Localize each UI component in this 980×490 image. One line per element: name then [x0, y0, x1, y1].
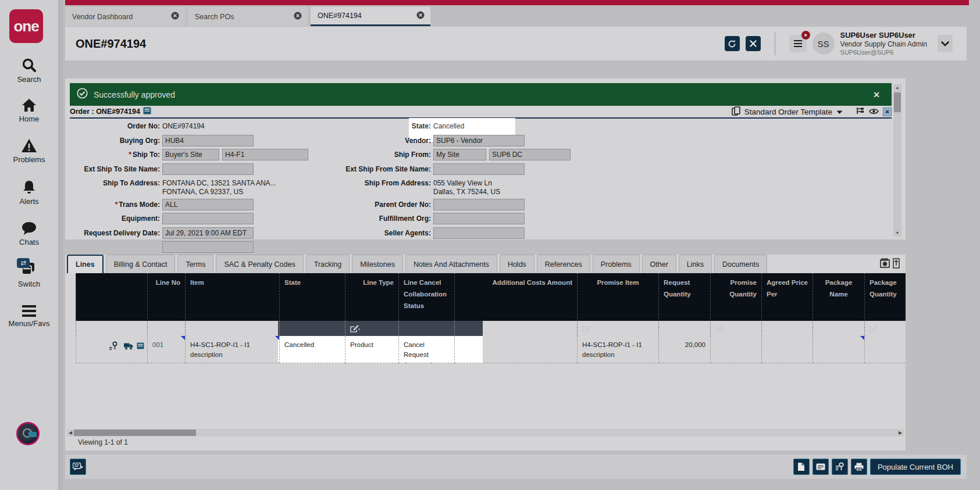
- chevron-down-icon[interactable]: [836, 108, 843, 116]
- scroll-left-arrow[interactable]: ◀: [67, 430, 74, 435]
- close-panel-icon[interactable]: ✕: [883, 108, 892, 116]
- clipped-input[interactable]: [162, 241, 254, 253]
- ext-ship-to-site-name-input[interactable]: [162, 163, 254, 175]
- eye-icon[interactable]: [869, 108, 879, 116]
- archive-icon[interactable]: [143, 107, 151, 116]
- card-icon-button[interactable]: [812, 459, 829, 475]
- mass-edit-promise-quantity[interactable]: *: [711, 321, 762, 336]
- tab-holds[interactable]: Holds: [500, 255, 534, 273]
- tab-vendor-dashboard[interactable]: Vendor Dashboard: [65, 7, 185, 26]
- print-icon-button[interactable]: [851, 459, 867, 475]
- hscrollbar-thumb[interactable]: [74, 430, 196, 436]
- fulfillment-org-input[interactable]: [433, 213, 525, 224]
- tab-sac-penalty-codes[interactable]: SAC & Penalty Codes: [216, 255, 303, 273]
- sidebar-item-alerts[interactable]: Alerts: [0, 180, 58, 206]
- buying-org-input[interactable]: [162, 135, 254, 146]
- sidebar-item-problems[interactable]: Problems: [0, 138, 58, 164]
- chat-action-button[interactable]: [70, 459, 86, 475]
- sidebar-item-chats[interactable]: Chats: [0, 221, 58, 246]
- table-horizontal-scrollbar[interactable]: ◀ ▶: [67, 429, 904, 437]
- tab-billing-contact[interactable]: Billing & Contact: [106, 255, 176, 273]
- template-selector[interactable]: Standard Order Template: [744, 108, 832, 116]
- col-state[interactable]: State: [280, 273, 345, 321]
- tab-search-pos[interactable]: Search POs: [188, 7, 308, 26]
- col-line-cancel-status[interactable]: Line Cancel Collaboration Status: [399, 273, 455, 321]
- col-request-quantity[interactable]: Request Quantity: [659, 273, 711, 321]
- tab-other[interactable]: Other: [642, 255, 676, 273]
- equipment-input[interactable]: [162, 213, 254, 224]
- hierarchy-icon[interactable]: [856, 107, 865, 117]
- user-avatar[interactable]: SS: [812, 33, 835, 55]
- banner-close-icon[interactable]: ✕: [873, 90, 880, 99]
- scroll-up-arrow[interactable]: ▲: [893, 84, 901, 91]
- col-line-no[interactable]: Line No: [148, 273, 186, 321]
- milestone-icon[interactable]: [109, 341, 118, 353]
- col-promise-quantity[interactable]: Promise Quantity: [711, 273, 762, 321]
- truck-icon[interactable]: [124, 342, 134, 353]
- tab-notes-attachments[interactable]: Notes And Attachments: [405, 255, 497, 273]
- field-label: Equipment:: [65, 213, 160, 223]
- ship-from-site-type-input[interactable]: [433, 149, 486, 160]
- refresh-button[interactable]: [725, 36, 740, 51]
- sidebar-item-menus-favs[interactable]: Menus/Favs: [0, 305, 58, 328]
- scroll-right-arrow[interactable]: ▶: [897, 430, 904, 435]
- tab-close-icon[interactable]: [416, 11, 425, 21]
- tab-lines[interactable]: Lines: [67, 255, 104, 273]
- col-promise-item[interactable]: Promise Item: [578, 273, 659, 321]
- tab-tracking[interactable]: Tracking: [306, 255, 350, 273]
- archive-row-icon[interactable]: [137, 342, 144, 352]
- order-header-row: Order : ONE#974194 Standard Order Templa…: [70, 107, 892, 119]
- col-package-quantity[interactable]: Package Quantity: [865, 273, 906, 321]
- populate-current-boh-button[interactable]: Populate Current BOH: [870, 459, 961, 475]
- trans-mode-input[interactable]: [162, 199, 254, 210]
- sidebar-item-home[interactable]: Home: [0, 98, 58, 123]
- col-line-type[interactable]: Line Type: [345, 273, 399, 321]
- one-logo[interactable]: one: [9, 9, 43, 43]
- col-agreed-price-per[interactable]: Agreed Price Per: [762, 273, 813, 321]
- tab-one-974194[interactable]: ONE#974194: [311, 7, 430, 26]
- col-additional-costs[interactable]: Additional Costs Amount: [455, 273, 578, 321]
- tab-terms[interactable]: Terms: [177, 255, 213, 273]
- col-package-name[interactable]: Package Name: [813, 273, 865, 321]
- parent-order-no-input[interactable]: [433, 199, 525, 210]
- collapse-panel-icon[interactable]: [893, 258, 900, 271]
- tab-milestones[interactable]: Milestones: [352, 255, 403, 273]
- bottom-toolbar: Populate Current BOH: [65, 455, 967, 479]
- sidebar-item-search[interactable]: Search: [0, 57, 58, 84]
- tab-close-icon[interactable]: [294, 12, 302, 22]
- window-tab-strip: Vendor Dashboard Search POs ONE#974194: [65, 7, 430, 26]
- col-item[interactable]: Item: [186, 273, 280, 321]
- tab-close-icon[interactable]: [171, 12, 179, 22]
- ship-to-site-type-input[interactable]: [162, 149, 219, 160]
- ship-to-site-input[interactable]: [222, 149, 308, 160]
- ship-from-site-input[interactable]: [489, 149, 571, 160]
- vendor-input[interactable]: [433, 135, 525, 146]
- mass-edit-line-type[interactable]: *: [345, 321, 399, 336]
- form-vertical-scrollbar[interactable]: ▲ ▼: [893, 84, 901, 237]
- close-button[interactable]: [746, 36, 761, 51]
- grid-settings-icon[interactable]: [880, 258, 890, 271]
- col-controls: [76, 273, 148, 321]
- scrollbar-thumb[interactable]: [894, 92, 901, 112]
- mass-edit-package-quantity[interactable]: [865, 321, 906, 336]
- scroll-down-arrow[interactable]: ▼: [893, 230, 901, 237]
- line-no-link[interactable]: 001: [152, 341, 163, 348]
- document-icon-button[interactable]: [793, 459, 810, 475]
- field-trans-mode: *Trans Mode:: [65, 199, 333, 211]
- tab-links[interactable]: Links: [679, 255, 712, 273]
- notifications-menu-button[interactable]: ★: [789, 35, 807, 52]
- seller-agents-input[interactable]: [433, 227, 525, 239]
- tab-problems[interactable]: Problems: [593, 255, 640, 273]
- tab-documents[interactable]: Documents: [714, 255, 767, 273]
- user-menu-chevron-button[interactable]: [938, 35, 953, 52]
- sidebar-item-switch[interactable]: ⇄ Switch: [0, 262, 58, 288]
- tab-references[interactable]: References: [537, 255, 590, 273]
- request-delivery-date-input[interactable]: [162, 227, 254, 239]
- field-label: *Trans Mode:: [65, 199, 160, 209]
- mass-edit-promise-item[interactable]: [578, 321, 659, 336]
- user-avatar-photo[interactable]: [16, 422, 40, 445]
- field-label: Ship From Address:: [333, 177, 431, 187]
- table-row[interactable]: 001 H4-SC1-ROP-I1 - I1 description Cance…: [76, 336, 906, 363]
- ext-ship-from-site-name-input[interactable]: [433, 163, 525, 175]
- milestones-icon-button[interactable]: [832, 459, 848, 475]
